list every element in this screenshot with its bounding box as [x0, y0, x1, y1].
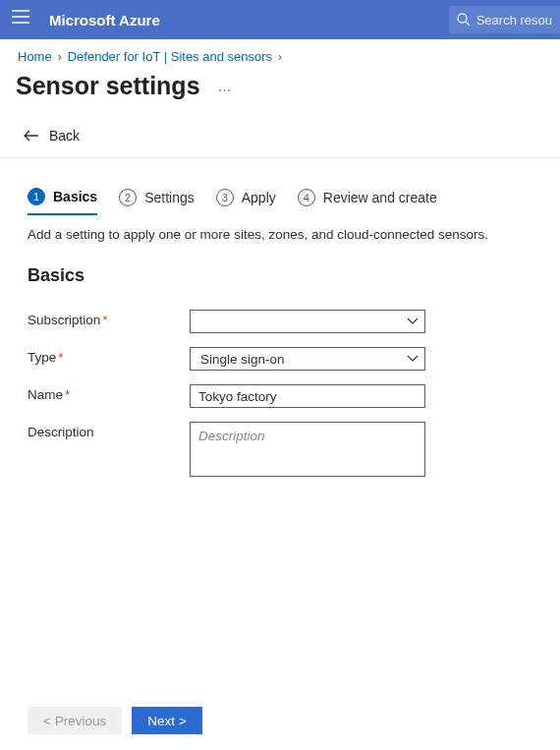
name-input[interactable] [190, 384, 425, 408]
subscription-select[interactable] [190, 310, 425, 333]
tab-settings[interactable]: 2 Settings [119, 189, 195, 214]
description-textarea[interactable] [190, 422, 425, 477]
tab-label: Apply [242, 190, 276, 205]
type-label: Type* [28, 347, 190, 365]
wizard-footer: < Previous Next > [28, 707, 202, 734]
chevron-down-icon [407, 355, 419, 363]
basics-form: Subscription* Type* Single sign-on Name*… [0, 286, 560, 481]
svg-point-0 [458, 14, 467, 23]
tab-label: Review and create [323, 190, 437, 205]
tab-number: 1 [28, 188, 45, 205]
tab-label: Settings [144, 190, 195, 205]
subscription-label: Subscription* [28, 310, 190, 327]
tab-apply[interactable]: 3 Apply [216, 189, 276, 214]
azure-topbar: Microsoft Azure Search resou [0, 0, 560, 39]
more-icon[interactable]: … [218, 79, 234, 94]
name-label: Name* [28, 384, 190, 402]
wizard-tabs: 1 Basics 2 Settings 3 Apply 4 Review and… [0, 158, 560, 215]
brand-label: Microsoft Azure [49, 12, 160, 29]
back-label: Back [49, 128, 80, 144]
title-row: Sensor settings … [0, 64, 560, 110]
search-input[interactable]: Search resou [449, 6, 560, 33]
hamburger-icon[interactable] [12, 10, 31, 29]
next-button[interactable]: Next > [132, 707, 201, 734]
tab-number: 2 [119, 189, 137, 206]
search-placeholder: Search resou [476, 13, 552, 28]
page-title: Sensor settings [16, 72, 200, 100]
search-icon [457, 13, 471, 27]
back-button[interactable]: Back [0, 110, 560, 158]
section-heading-basics: Basics [0, 242, 560, 286]
tab-description: Add a setting to apply one or more sites… [0, 215, 560, 242]
type-value: Single sign-on [196, 352, 407, 367]
breadcrumb-defender-iot[interactable]: Defender for IoT | Sites and sensors [68, 49, 272, 64]
arrow-left-icon [24, 130, 39, 142]
svg-line-1 [466, 22, 470, 26]
description-label: Description [28, 422, 190, 439]
tab-basics[interactable]: 1 Basics [28, 188, 97, 215]
tab-number: 4 [298, 189, 315, 206]
breadcrumb-home[interactable]: Home [18, 49, 52, 64]
tab-number: 3 [216, 189, 234, 206]
tab-label: Basics [53, 189, 97, 204]
chevron-right-icon: › [58, 50, 62, 64]
previous-button[interactable]: < Previous [28, 707, 122, 734]
type-select[interactable]: Single sign-on [190, 347, 425, 371]
breadcrumb: Home › Defender for IoT | Sites and sens… [0, 39, 560, 64]
chevron-down-icon [407, 317, 419, 325]
tab-review-create[interactable]: 4 Review and create [298, 189, 437, 214]
chevron-right-icon: › [278, 50, 282, 64]
